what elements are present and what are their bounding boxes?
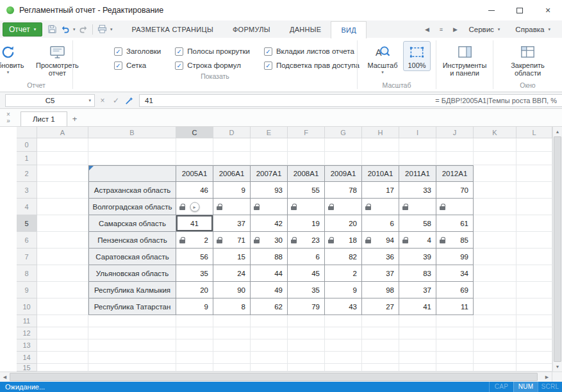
cell-E10[interactable]: 62 [251, 298, 288, 315]
row-header-9[interactable]: 9 [17, 282, 37, 298]
expand-panel-icon[interactable]: » [6, 118, 10, 124]
cell-I7[interactable]: 39 [399, 249, 436, 265]
cell-C8[interactable]: 35 [176, 265, 213, 282]
cell-G6[interactable]: 18 [325, 232, 362, 249]
cell-I13[interactable] [399, 339, 436, 352]
cell-H9[interactable]: 98 [362, 282, 399, 298]
row-header-4[interactable]: 4 [17, 199, 37, 215]
cell-D14[interactable] [213, 352, 251, 364]
cell-E2[interactable]: 2007A1 [251, 165, 288, 182]
cell-H15[interactable] [362, 364, 399, 372]
cancel-entry-button[interactable]: × [97, 95, 108, 106]
cell-A6[interactable] [37, 232, 88, 249]
cell-D0[interactable] [213, 138, 251, 152]
cell-B1[interactable] [88, 152, 176, 165]
cell-E6[interactable]: 30 [251, 232, 288, 249]
help-menu[interactable]: Справка ▾ [508, 20, 558, 38]
row-header-11[interactable]: 11 [17, 315, 37, 327]
cell-J1[interactable] [436, 152, 474, 165]
cell-F15[interactable] [288, 364, 325, 372]
cell-C2[interactable]: 2005A1 [176, 165, 213, 182]
cell-G8[interactable]: 2 [325, 265, 362, 282]
cell-K15[interactable] [474, 364, 517, 372]
cell-L7[interactable] [517, 249, 552, 265]
cell-E11[interactable] [251, 315, 288, 327]
cell-B3[interactable]: Астраханская область [88, 182, 176, 199]
column-header-A[interactable]: A [37, 127, 88, 138]
cell-F10[interactable]: 79 [288, 298, 325, 315]
tab-data[interactable]: ДАННЫЕ [280, 20, 331, 38]
cell-B10[interactable]: Республика Татарстан [88, 298, 176, 315]
minimize-button[interactable] [477, 0, 506, 20]
cell-I4[interactable] [399, 199, 436, 215]
cell-F4[interactable] [288, 199, 325, 215]
cell-H0[interactable] [362, 138, 399, 152]
row-header-10[interactable]: 10 [17, 298, 37, 315]
cell-F2[interactable]: 2008A1 [288, 165, 325, 182]
cell-C0[interactable] [176, 138, 213, 152]
row-header-5[interactable]: 5 [17, 215, 37, 232]
vertical-scroll-thumb[interactable] [554, 136, 561, 362]
cell-J3[interactable]: 70 [436, 182, 474, 199]
column-header-L[interactable]: L [517, 127, 552, 138]
column-header-I[interactable]: I [399, 127, 436, 138]
cell-I9[interactable]: 37 [399, 282, 436, 298]
row-header-6[interactable]: 6 [17, 232, 37, 249]
print-dropdown-icon[interactable]: ▾ [108, 27, 114, 32]
horizontal-scrollbar[interactable]: ◀ ▶ [0, 372, 552, 382]
cell-I14[interactable] [399, 352, 436, 364]
cell-D3[interactable]: 9 [213, 182, 251, 199]
cell-F0[interactable] [288, 138, 325, 152]
scroll-right-icon[interactable]: ▶ [542, 372, 552, 382]
cell-H12[interactable] [362, 327, 399, 339]
cell-I1[interactable] [399, 152, 436, 165]
undo-dropdown-icon[interactable]: ▾ [71, 27, 77, 32]
cell-C15[interactable] [176, 364, 213, 372]
close-button[interactable]: × [534, 0, 562, 20]
cell-E3[interactable]: 93 [251, 182, 288, 199]
cell-F1[interactable] [288, 152, 325, 165]
cell-C12[interactable] [176, 327, 213, 339]
cell-A15[interactable] [37, 364, 88, 372]
cell-K6[interactable] [474, 232, 517, 249]
cell-L12[interactable] [517, 327, 552, 339]
tools-panels-button[interactable]: Инструменты и панели [436, 41, 493, 79]
cell-F11[interactable] [288, 315, 325, 327]
cell-B2[interactable] [88, 165, 176, 182]
cell-D11[interactable] [213, 315, 251, 327]
cell-A0[interactable] [37, 138, 88, 152]
undo-button[interactable] [58, 22, 71, 37]
row-header-2[interactable]: 2 [17, 165, 37, 182]
cell-L9[interactable] [517, 282, 552, 298]
cell-A1[interactable] [37, 152, 88, 165]
scroll-up-icon[interactable]: ▲ [553, 127, 562, 136]
cell-K3[interactable] [474, 182, 517, 199]
cell-G0[interactable] [325, 138, 362, 152]
row-header-14[interactable]: 14 [17, 352, 37, 364]
cell-E14[interactable] [251, 352, 288, 364]
cell-A5[interactable] [37, 215, 88, 232]
cell-J13[interactable] [436, 339, 474, 352]
cell-G11[interactable] [325, 315, 362, 327]
scroll-left-icon[interactable]: ◀ [0, 372, 10, 382]
tab-view[interactable]: ВИД [331, 21, 367, 38]
cell-D1[interactable] [213, 152, 251, 165]
vertical-scrollbar[interactable]: ▲ ▼ [552, 127, 562, 372]
redo-button[interactable] [77, 22, 90, 37]
cell-F7[interactable]: 6 [288, 249, 325, 265]
grid-corner-select-all[interactable] [17, 127, 37, 138]
column-header-G[interactable]: G [325, 127, 362, 138]
row-header-13[interactable]: 13 [17, 339, 37, 352]
cell-J0[interactable] [436, 138, 474, 152]
cell-B14[interactable] [88, 352, 176, 364]
cell-J5[interactable]: 61 [436, 215, 474, 232]
cell-K0[interactable] [474, 138, 517, 152]
zoom-button[interactable]: A Масштаб ▾ [363, 41, 402, 76]
cell-F13[interactable] [288, 339, 325, 352]
cell-L4[interactable] [517, 199, 552, 215]
cell-C11[interactable] [176, 315, 213, 327]
cell-I8[interactable]: 83 [399, 265, 436, 282]
cell-A11[interactable] [37, 315, 88, 327]
column-header-K[interactable]: K [474, 127, 517, 138]
column-header-F[interactable]: F [288, 127, 325, 138]
